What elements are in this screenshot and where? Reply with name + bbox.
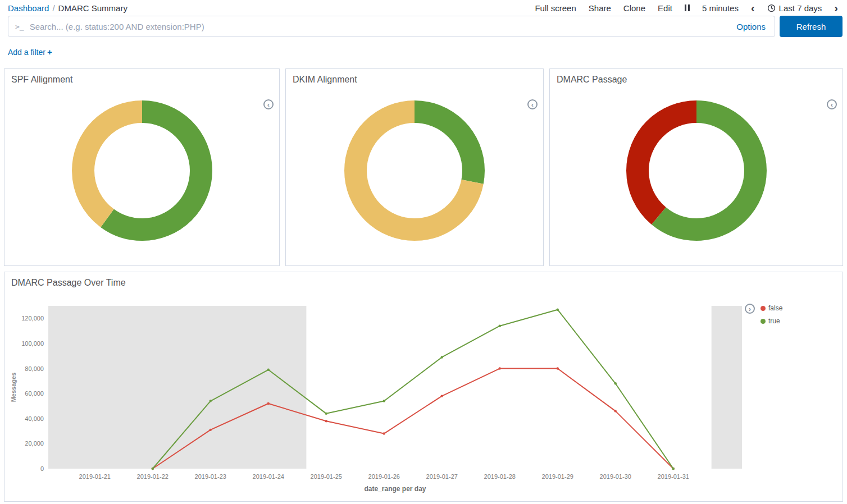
x-tick-label: 2019-01-27 bbox=[426, 473, 458, 480]
donut-svg bbox=[72, 100, 212, 241]
data-point[interactable] bbox=[152, 468, 154, 470]
x-tick-label: 2019-01-25 bbox=[311, 473, 342, 480]
top-navbar: Dashboard / DMARC Summary Full screen Sh… bbox=[0, 0, 847, 15]
add-filter-label: Add a filter bbox=[8, 48, 45, 57]
add-filter-link[interactable]: Add a filter+ bbox=[8, 48, 52, 57]
panel-title: DMARC Passage bbox=[550, 69, 843, 85]
breadcrumb: Dashboard / DMARC Summary bbox=[8, 3, 127, 13]
share-button[interactable]: Share bbox=[589, 3, 611, 13]
donut-svg bbox=[344, 100, 485, 241]
data-point[interactable] bbox=[383, 432, 385, 434]
edit-button[interactable]: Edit bbox=[658, 3, 672, 13]
breadcrumb-separator: / bbox=[52, 3, 54, 13]
time-picker-button[interactable]: Last 7 days bbox=[767, 3, 822, 13]
panel-dkim-alignment: DKIM Alignment ‹ bbox=[285, 68, 544, 266]
panel-spf-allignment: SPF Allignment ‹ bbox=[4, 68, 280, 266]
chart-legend: falsetrue bbox=[761, 304, 782, 325]
breadcrumb-current: DMARC Summary bbox=[58, 3, 127, 13]
query-prompt-icon: >_ bbox=[8, 22, 29, 31]
x-tick-label: 2019-01-22 bbox=[137, 473, 169, 480]
dmarc-over-time-line-chart: 020,00040,00060,00080,000100,000120,0002… bbox=[4, 303, 768, 501]
pause-refresh-button[interactable] bbox=[685, 4, 690, 11]
data-point[interactable] bbox=[441, 395, 443, 397]
search-input[interactable] bbox=[29, 21, 728, 32]
legend-item-true[interactable]: true bbox=[761, 317, 782, 325]
legend-label: false bbox=[768, 304, 782, 312]
plus-icon: + bbox=[47, 47, 52, 57]
search-box: >_ Options bbox=[8, 16, 775, 37]
panel-dmarc-passage: DMARC Passage ‹ bbox=[549, 68, 843, 266]
data-point[interactable] bbox=[614, 382, 617, 384]
data-point[interactable] bbox=[267, 402, 270, 405]
x-tick-label: 2019-01-28 bbox=[484, 473, 516, 480]
x-tick-label: 2019-01-24 bbox=[253, 473, 284, 480]
panel-title: SPF Allignment bbox=[4, 69, 279, 85]
panel-title: DMARC Passage Over Time bbox=[4, 272, 843, 288]
out-of-range-band bbox=[48, 306, 306, 469]
breadcrumb-dashboard-link[interactable]: Dashboard bbox=[8, 3, 49, 13]
clock-icon bbox=[767, 4, 776, 12]
filter-bar: Add a filter+ bbox=[8, 47, 839, 57]
legend-collapse-button[interactable]: ‹ bbox=[527, 99, 538, 109]
dkim-alignment-donut-chart bbox=[286, 100, 543, 241]
data-point[interactable] bbox=[557, 367, 559, 369]
data-point[interactable] bbox=[210, 429, 212, 431]
line-chart-svg: 020,00040,00060,00080,000100,000120,0002… bbox=[4, 303, 768, 499]
donut-svg bbox=[626, 100, 767, 241]
time-range-prev-button[interactable]: ‹ bbox=[751, 4, 755, 11]
x-tick-label: 2019-01-23 bbox=[195, 473, 226, 480]
legend-dot-icon bbox=[761, 319, 766, 324]
x-tick-label: 2019-01-30 bbox=[600, 473, 631, 480]
data-point[interactable] bbox=[267, 369, 270, 371]
x-axis-title: date_range per day bbox=[364, 485, 426, 493]
y-tick-label: 60,000 bbox=[25, 390, 44, 397]
y-tick-label: 80,000 bbox=[25, 365, 44, 372]
data-point[interactable] bbox=[325, 420, 327, 422]
y-tick-label: 40,000 bbox=[25, 415, 44, 422]
refresh-button[interactable]: Refresh bbox=[780, 16, 843, 37]
x-tick-label: 2019-01-26 bbox=[368, 473, 400, 480]
full-screen-button[interactable]: Full screen bbox=[535, 3, 576, 13]
legend-collapse-button[interactable]: ‹ bbox=[263, 99, 274, 109]
pause-icon bbox=[685, 4, 686, 11]
panel-dmarc-passage-over-time: DMARC Passage Over Time 020,00040,00060,… bbox=[4, 272, 843, 502]
refresh-interval-button[interactable]: 5 minutes bbox=[702, 3, 739, 13]
data-point[interactable] bbox=[383, 400, 385, 402]
data-point[interactable] bbox=[614, 410, 617, 412]
donut-panels-row: SPF Allignment ‹ DKIM Alignment ‹ DMARC … bbox=[4, 68, 843, 266]
data-point[interactable] bbox=[557, 308, 559, 310]
nav-actions: Full screen Share Clone Edit 5 minutes ‹… bbox=[535, 3, 838, 13]
legend-item-false[interactable]: false bbox=[761, 304, 782, 312]
data-point[interactable] bbox=[672, 468, 675, 470]
options-link[interactable]: Options bbox=[736, 22, 766, 31]
time-range-label: Last 7 days bbox=[779, 3, 822, 13]
data-point[interactable] bbox=[325, 413, 327, 415]
spf-allignment-donut-chart bbox=[4, 100, 279, 241]
data-point[interactable] bbox=[210, 400, 212, 402]
time-range-next-button[interactable]: › bbox=[834, 4, 838, 11]
y-tick-label: 0 bbox=[40, 465, 44, 472]
y-axis-title: Messages bbox=[10, 373, 17, 402]
y-tick-label: 100,000 bbox=[21, 340, 44, 347]
y-tick-label: 20,000 bbox=[25, 440, 44, 447]
data-point[interactable] bbox=[441, 356, 443, 358]
search-bar: >_ Options Refresh bbox=[8, 16, 843, 37]
pause-icon bbox=[688, 4, 690, 11]
data-point[interactable] bbox=[499, 367, 501, 369]
dmarc-passage-donut-chart bbox=[550, 100, 843, 241]
legend-dot-icon bbox=[761, 306, 766, 311]
legend-toggle-button[interactable]: › bbox=[745, 304, 755, 314]
panel-title: DKIM Alignment bbox=[286, 69, 543, 85]
out-of-range-band bbox=[712, 306, 742, 469]
legend-collapse-button[interactable]: ‹ bbox=[827, 99, 837, 109]
x-tick-label: 2019-01-21 bbox=[79, 473, 111, 480]
clone-button[interactable]: Clone bbox=[623, 3, 645, 13]
x-tick-label: 2019-01-31 bbox=[658, 473, 689, 480]
legend-label: true bbox=[768, 317, 780, 325]
y-tick-label: 120,000 bbox=[21, 315, 44, 322]
data-point[interactable] bbox=[499, 324, 501, 327]
x-tick-label: 2019-01-29 bbox=[542, 473, 573, 480]
